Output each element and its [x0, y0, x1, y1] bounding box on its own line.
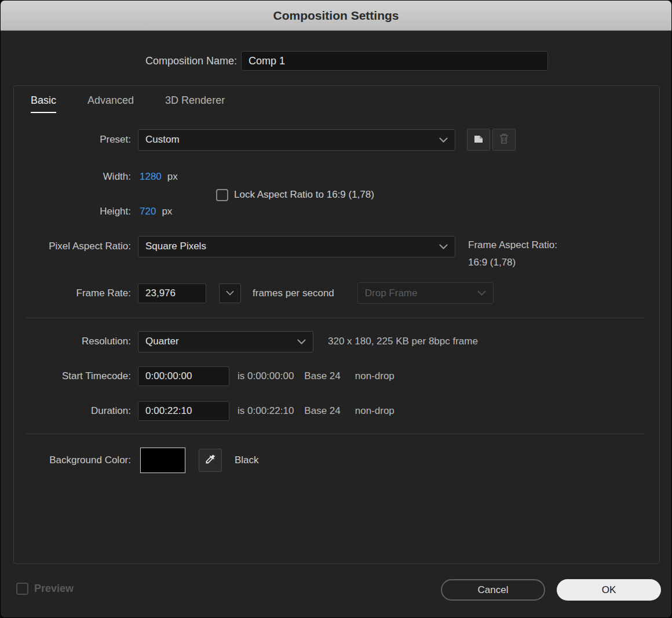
composition-name-input[interactable] — [241, 51, 548, 71]
lock-aspect-checkbox[interactable] — [216, 189, 228, 201]
width-value[interactable]: 1280 — [140, 171, 162, 183]
duration-is: is 0:00:22:10 — [238, 405, 294, 417]
start-timecode-row: Start Timecode: is 0:00:00:00 Base 24 no… — [13, 366, 659, 387]
trash-icon — [499, 133, 509, 147]
height-row: Height: 720 px — [13, 203, 659, 220]
start-timecode-drop: non-drop — [355, 370, 395, 382]
tab-bar: Basic Advanced 3D Renderer — [31, 94, 225, 113]
background-color-swatch[interactable] — [140, 448, 185, 473]
ok-button[interactable]: OK — [557, 579, 661, 601]
duration-input[interactable] — [138, 401, 229, 421]
frame-aspect-ratio-block: Frame Aspect Ratio: 16:9 (1,78) — [468, 237, 557, 271]
divider — [26, 434, 644, 434]
duration-base: Base 24 — [304, 405, 340, 417]
preset-row: Preset: Custom — [13, 129, 659, 151]
frame-aspect-ratio-label: Frame Aspect Ratio: — [468, 237, 557, 254]
chevron-down-icon — [297, 339, 306, 344]
frame-rate-label: Frame Rate: — [13, 288, 131, 299]
composition-settings-dialog: Composition Settings Composition Name: B… — [0, 0, 672, 618]
background-color-row: Background Color: Black — [13, 447, 659, 474]
height-value[interactable]: 720 — [140, 206, 156, 217]
resolution-label: Resolution: — [13, 336, 131, 347]
lock-aspect-row: Lock Aspect Ratio to 16:9 (1,78) — [13, 187, 659, 202]
resolution-dropdown[interactable]: Quarter — [138, 331, 313, 352]
dialog-title: Composition Settings — [273, 9, 399, 23]
width-row: Width: 1280 px — [13, 169, 659, 185]
title-bar: Composition Settings — [1, 1, 671, 31]
frame-aspect-ratio-value: 16:9 (1,78) — [468, 254, 557, 271]
duration-drop: non-drop — [355, 405, 395, 417]
start-timecode-label: Start Timecode: — [13, 370, 131, 382]
duration-label: Duration: — [13, 405, 131, 417]
chevron-down-icon — [226, 290, 234, 296]
composition-name-row: Composition Name: — [1, 50, 659, 71]
drop-frame-value: Drop Frame — [365, 288, 418, 299]
preset-dropdown[interactable]: Custom — [138, 129, 455, 151]
background-color-name: Black — [235, 455, 259, 466]
eyedropper-button[interactable] — [199, 449, 222, 472]
cancel-button[interactable]: Cancel — [441, 579, 545, 601]
delete-preset-button — [492, 129, 516, 151]
resolution-row: Resolution: Quarter 320 x 180, 225 KB pe… — [13, 330, 659, 352]
chevron-down-icon — [477, 290, 486, 296]
width-label: Width: — [13, 171, 131, 183]
frame-rate-preset-button[interactable] — [219, 283, 241, 303]
tab-advanced[interactable]: Advanced — [87, 94, 134, 113]
pixel-aspect-ratio-dropdown[interactable]: Square Pixels — [138, 236, 455, 257]
start-timecode-base: Base 24 — [304, 370, 340, 382]
chevron-down-icon — [439, 244, 448, 249]
drop-frame-dropdown: Drop Frame — [357, 282, 494, 304]
start-timecode-input[interactable] — [138, 366, 229, 386]
tab-basic[interactable]: Basic — [31, 94, 56, 113]
divider — [26, 318, 644, 318]
preview-toggle: Preview — [16, 583, 74, 595]
frame-rate-row: Frame Rate: frames per second Drop Frame — [13, 282, 659, 304]
frame-rate-input[interactable] — [138, 283, 206, 303]
resolution-info: 320 x 180, 225 KB per 8bpc frame — [328, 336, 478, 347]
preset-label: Preset: — [13, 134, 131, 146]
save-preset-icon — [473, 133, 484, 147]
pixel-aspect-ratio-row: Pixel Aspect Ratio: Square Pixels — [13, 235, 659, 257]
preview-label: Preview — [34, 583, 74, 595]
preset-value: Custom — [145, 134, 180, 146]
background-color-label: Background Color: — [13, 455, 131, 466]
pixel-aspect-ratio-label: Pixel Aspect Ratio: — [13, 241, 131, 252]
start-timecode-is: is 0:00:00:00 — [238, 370, 294, 382]
composition-name-label: Composition Name: — [1, 55, 237, 67]
duration-row: Duration: is 0:00:22:10 Base 24 non-drop — [13, 401, 659, 421]
eyedropper-icon — [204, 453, 216, 467]
frame-rate-suffix: frames per second — [253, 288, 334, 299]
height-unit: px — [162, 206, 172, 217]
save-preset-button[interactable] — [467, 129, 490, 151]
height-label: Height: — [13, 206, 131, 217]
preview-checkbox[interactable] — [16, 583, 28, 595]
width-unit: px — [167, 171, 178, 183]
lock-aspect-label: Lock Aspect Ratio to 16:9 (1,78) — [234, 189, 374, 201]
resolution-value: Quarter — [145, 336, 179, 347]
settings-panel — [13, 85, 660, 564]
tab-3d-renderer[interactable]: 3D Renderer — [165, 94, 225, 113]
chevron-down-icon — [439, 137, 448, 143]
pixel-aspect-ratio-value: Square Pixels — [145, 241, 206, 252]
